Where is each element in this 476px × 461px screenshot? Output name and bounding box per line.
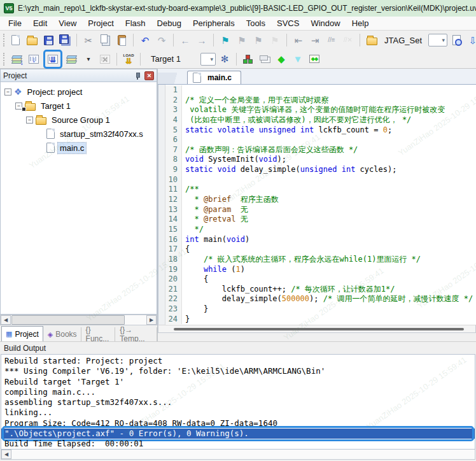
batch-build-icon[interactable] — [64, 52, 80, 67]
menu-flash[interactable]: Flash — [120, 17, 151, 29]
navigate-forward-icon[interactable]: → — [194, 32, 209, 48]
project-targets-diamond-icon[interactable]: ◆ — [274, 52, 289, 67]
code-line: 13 * @param 无 — [165, 205, 476, 215]
code-text: static volatile unsigned int lckfb_count… — [182, 125, 392, 136]
save-all-icon[interactable] — [57, 32, 73, 48]
menu-window[interactable]: Window — [305, 17, 346, 29]
tab--temp-[interactable]: {}→ Temp... — [116, 327, 157, 341]
find-in-files-icon[interactable] — [449, 32, 464, 48]
editor-horizontal-scrollbar[interactable] — [158, 325, 476, 333]
insert-bookmark-icon[interactable]: ⚑ — [218, 32, 233, 48]
rebuild-all-icon[interactable]: ⇊ — [45, 52, 60, 67]
code-editor[interactable]: 12/* 定义一个全局变量，用于在调试时观察3 volatile 关键字告诉编译… — [158, 85, 476, 325]
target-select[interactable]: Target 1 — [144, 54, 199, 64]
options-for-target-icon[interactable]: ✻ — [217, 52, 232, 67]
menu-help[interactable]: Help — [346, 17, 375, 29]
clear-bookmarks-icon[interactable]: ⚑ — [267, 32, 283, 48]
code-line: 4 (比如在中断里，或被调试器修改)，因此不要对它进行优化， */ — [165, 115, 476, 125]
build-icon[interactable]: ↓ — [26, 52, 41, 67]
tree-item-main-c[interactable]: main.c — [1, 141, 157, 155]
previous-bookmark-icon[interactable]: ⚑ — [234, 32, 249, 48]
build-output-scrollbar[interactable]: ◀ — [1, 450, 475, 460]
build-result-line: ".\Objects\project.axf" - 0 Error(s), 0 … — [1, 429, 475, 439]
code-text: /** — [182, 185, 199, 195]
code-line: 2/* 定义一个全局变量，用于在调试时观察 — [165, 96, 476, 106]
paste-icon[interactable] — [114, 32, 129, 48]
menu-file[interactable]: File — [3, 17, 27, 29]
menu-peripherals[interactable]: Peripherals — [187, 17, 241, 29]
batch-build-dropdown-icon[interactable]: ▾ — [81, 52, 96, 67]
navigate-back-icon[interactable]: ← — [178, 32, 193, 48]
cut-icon[interactable]: ✂ — [81, 32, 96, 48]
scroll-left-icon[interactable]: ◀ — [1, 450, 11, 459]
comment-selection-icon[interactable]: //≡ — [324, 32, 339, 48]
indent-icon[interactable]: ⇥ — [307, 32, 323, 48]
manage-components-icon[interactable]: ◆◆ — [307, 52, 322, 67]
project-panel-header: Project ✕ — [0, 69, 157, 82]
tree-item-project-project[interactable]: −❖Project: project — [1, 85, 157, 99]
tab-project[interactable]: ▦Project — [1, 326, 43, 341]
download-load-icon[interactable]: LOAD⇊ — [121, 52, 136, 67]
toolbar-grip[interactable] — [3, 34, 4, 46]
menu-view[interactable]: View — [53, 17, 82, 29]
menu-project[interactable]: Project — [82, 17, 119, 29]
build-output-log[interactable]: Rebuild started: Project: project*** Usi… — [1, 354, 475, 450]
new-file-icon[interactable] — [8, 32, 23, 48]
breakpoint-margin[interactable] — [158, 85, 165, 325]
tree-item-source-group-1[interactable]: −Source Group 1 — [1, 113, 157, 127]
menu-tools[interactable]: Tools — [241, 17, 271, 29]
line-number: 1 — [165, 85, 182, 96]
manage-run-time-environment-icon[interactable] — [241, 52, 256, 67]
scroll-left-icon[interactable]: ◀ — [1, 315, 11, 325]
tab-books[interactable]: ◈Books — [44, 327, 81, 341]
scroll-right-icon[interactable]: ▶ — [146, 315, 157, 325]
stop-build-icon[interactable]: ✕ — [97, 52, 113, 67]
file-icon — [46, 143, 55, 153]
line-number: 3 — [165, 105, 182, 115]
tree-expander-icon[interactable]: − — [26, 117, 33, 124]
line-number: 11 — [165, 185, 182, 195]
toolbar-separator — [116, 53, 117, 66]
close-icon[interactable]: ✕ — [144, 71, 154, 80]
redo-icon[interactable]: ↷ — [154, 32, 169, 48]
file-extensions-books-icon[interactable] — [257, 52, 272, 67]
toolbar-separator — [213, 34, 214, 46]
scroll-thumb[interactable] — [11, 315, 125, 325]
tree-item-startup-stm32f407xx-s[interactable]: startup_stm32f407xx.s — [1, 127, 157, 141]
code-line: 10 — [165, 175, 476, 185]
tab--func-[interactable]: {} Func... — [82, 327, 116, 341]
next-bookmark-icon[interactable]: ⚑ — [251, 32, 266, 48]
line-number: 8 — [165, 155, 182, 165]
scroll-thumb[interactable] — [174, 328, 464, 330]
code-line: 21 lckfb_count++; /* 每次循环，让计数器加1*/ — [165, 285, 476, 295]
menu-debug[interactable]: Debug — [151, 17, 187, 29]
scroll-track[interactable] — [11, 315, 146, 325]
tab-main-c[interactable]: main.c — [187, 71, 241, 84]
configure-flash-tools-icon[interactable] — [364, 32, 379, 48]
code-line: 9static void delay_simple(unsigned int c… — [165, 165, 476, 175]
line-number: 10 — [165, 175, 182, 185]
code-text: void SystemInit(void); — [182, 155, 286, 165]
tree-item-target-1[interactable]: −Target 1 — [1, 99, 157, 113]
open-folder-icon[interactable] — [24, 32, 39, 48]
unindent-icon[interactable]: ⇤ — [291, 32, 306, 48]
menu-svcs[interactable]: SVCS — [271, 17, 305, 29]
jtag-set-label: JTAG_Set — [381, 36, 426, 45]
incremental-find-icon[interactable]: ⇩ — [465, 32, 476, 48]
translate-file-icon[interactable]: ↓ — [10, 52, 25, 67]
pin-icon[interactable] — [133, 71, 142, 80]
uncomment-selection-icon[interactable]: //✕ — [340, 32, 356, 48]
project-horizontal-scrollbar[interactable]: ◀ ▶ — [0, 315, 157, 325]
target-select-dropdown[interactable]: ▾ — [200, 53, 216, 66]
undo-icon[interactable]: ↶ — [137, 32, 153, 48]
build-log-line: *** Using Compiler 'V6.19', folder: 'E:\… — [1, 366, 475, 376]
line-number: 13 — [165, 205, 182, 215]
tree-expander-icon[interactable]: − — [4, 89, 11, 96]
scroll-track[interactable] — [11, 450, 475, 459]
search-combo[interactable]: ▾ — [428, 34, 447, 46]
save-icon[interactable] — [41, 32, 56, 48]
copy-icon[interactable] — [97, 32, 113, 48]
menu-edit[interactable]: Edit — [27, 17, 53, 29]
toolbar-grip[interactable] — [3, 53, 6, 66]
select-folders-funnel-icon[interactable]: ▼ — [290, 52, 305, 67]
